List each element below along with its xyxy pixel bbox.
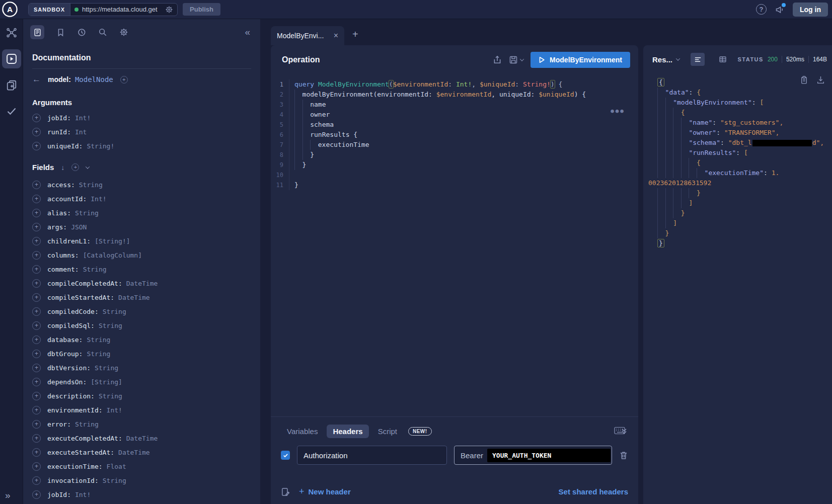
field-type[interactable]: String [75, 421, 99, 428]
field-type[interactable]: String [103, 477, 126, 484]
add-field-icon[interactable]: + [32, 335, 41, 344]
tab-variables[interactable]: Variables [281, 425, 324, 438]
save-operation-group[interactable] [509, 55, 523, 64]
header-enabled-checkbox[interactable] [281, 451, 290, 460]
field-type[interactable]: DateTime [118, 449, 150, 456]
add-field-icon[interactable]: + [32, 462, 41, 471]
back-arrow-icon[interactable]: ← [32, 74, 41, 85]
operation-tab[interactable]: ModelByEnvi... × [271, 26, 344, 45]
auth-token-value[interactable]: YOUR_AUTH_TOKEN [487, 449, 611, 462]
search-icon[interactable] [98, 28, 107, 37]
code-line[interactable]: 6runResults { [271, 130, 638, 140]
field-type[interactable]: [String] [91, 378, 122, 386]
add-field-icon[interactable]: + [32, 195, 41, 203]
add-fields-icon[interactable]: + [71, 163, 79, 171]
field-type[interactable]: String [95, 364, 118, 372]
header-key-input[interactable] [297, 446, 447, 465]
code-line[interactable]: 1query ModelByEnvironment($environmentId… [271, 79, 638, 90]
field-type[interactable]: DateTime [126, 280, 158, 287]
fields-chevron-down-icon[interactable] [86, 164, 90, 169]
endpoint-url-box[interactable]: https://metadata.cloud.get [70, 6, 177, 14]
new-header-button[interactable]: + New header [299, 486, 351, 497]
announcements-megaphone-icon[interactable] [775, 5, 785, 15]
field-type[interactable]: String [99, 322, 122, 329]
add-field-icon[interactable]: + [32, 350, 41, 358]
bookmarks-icon[interactable] [56, 28, 65, 37]
save-floppy-icon[interactable] [509, 55, 518, 64]
add-field-icon[interactable]: + [32, 420, 41, 429]
add-field-icon[interactable]: + [32, 251, 41, 260]
code-line[interactable]: 7executionTime [271, 140, 638, 150]
field-type[interactable]: String [75, 209, 99, 217]
help-icon[interactable]: ? [756, 4, 767, 15]
field-type[interactable]: Int! [91, 195, 106, 203]
add-field-icon[interactable]: + [32, 490, 41, 499]
code-line[interactable]: 11} [271, 180, 638, 190]
add-field-icon[interactable]: + [32, 223, 41, 231]
publish-button[interactable]: Publish [183, 3, 220, 16]
checks-nav-item[interactable] [2, 102, 21, 121]
tab-script[interactable]: Script [372, 425, 403, 438]
add-field-icon[interactable]: + [32, 392, 41, 400]
field-type[interactable]: [CatalogColumn] [83, 251, 142, 259]
operation-tab-label[interactable]: ModelByEnvi... [277, 32, 329, 40]
add-field-icon[interactable]: + [32, 279, 41, 288]
field-type[interactable]: Float [107, 463, 126, 470]
response-title[interactable]: Res... [652, 55, 672, 64]
collapse-bottom-panel-icon[interactable] [620, 427, 628, 435]
environment-variables-icon[interactable] [281, 487, 290, 496]
field-type[interactable]: String [99, 392, 122, 400]
field-type[interactable]: String [87, 350, 110, 358]
add-field-icon[interactable]: + [32, 237, 41, 245]
code-line[interactable]: 10 [271, 170, 638, 180]
add-field-icon[interactable]: + [32, 265, 41, 274]
add-all-fields-icon[interactable]: + [120, 76, 128, 83]
expand-rail-icon[interactable]: » [5, 490, 11, 500]
field-type[interactable]: DateTime [118, 294, 150, 301]
field-type[interactable]: Int! [75, 114, 91, 122]
add-field-icon[interactable]: + [32, 293, 41, 302]
close-tab-icon[interactable]: × [334, 32, 338, 40]
download-response-icon[interactable] [816, 75, 825, 85]
schema-graph-icon[interactable] [2, 23, 21, 42]
add-field-icon[interactable]: + [32, 434, 41, 443]
sort-fields-icon[interactable]: ↓ [61, 163, 64, 172]
response-json-viewer[interactable]: {"data": {"modelByEnvironment": [{"name"… [643, 73, 832, 248]
add-field-icon[interactable]: + [32, 128, 41, 136]
save-chevron-down-icon[interactable] [520, 57, 524, 61]
code-line[interactable]: 9} [271, 160, 638, 170]
editor-menu-icon[interactable]: ●●● [611, 108, 625, 114]
add-field-icon[interactable]: + [32, 181, 41, 189]
add-field-icon[interactable]: + [32, 476, 41, 485]
response-chevron-down-icon[interactable] [676, 56, 680, 60]
set-shared-headers-link[interactable]: Set shared headers [559, 487, 628, 496]
share-operation-icon[interactable] [493, 55, 502, 64]
add-field-icon[interactable]: + [32, 364, 41, 372]
login-button[interactable]: Log in [793, 3, 828, 17]
code-line[interactable]: 5schema [271, 120, 638, 130]
collapse-panel-icon[interactable]: « [245, 27, 253, 38]
code-line[interactable]: 3name [271, 100, 638, 110]
add-field-icon[interactable]: + [32, 406, 41, 414]
copy-response-icon[interactable] [800, 75, 808, 85]
header-value-field[interactable]: Bearer YOUR_AUTH_TOKEN [454, 446, 612, 465]
tab-headers[interactable]: Headers [327, 425, 368, 438]
add-field-icon[interactable]: + [32, 142, 41, 150]
type-value-link[interactable]: ModelNode [75, 75, 113, 83]
add-field-icon[interactable]: + [32, 448, 41, 457]
code-line[interactable]: 2modelByEnvironment(environmentId: $envi… [271, 90, 638, 100]
documentation-tab-icon[interactable] [30, 25, 44, 39]
operations-nav-item[interactable] [2, 75, 21, 95]
explorer-nav-item[interactable] [2, 49, 21, 68]
code-line[interactable]: 8} [271, 150, 638, 160]
field-type[interactable]: Int! [75, 491, 91, 498]
code-line[interactable]: 4owner [271, 110, 638, 120]
field-type[interactable]: String [87, 336, 110, 344]
field-type[interactable]: Int [75, 128, 87, 136]
add-field-icon[interactable]: + [32, 114, 41, 122]
new-tab-icon[interactable]: + [352, 29, 358, 39]
field-type[interactable]: DateTime [126, 435, 158, 442]
delete-header-trash-icon[interactable] [619, 451, 628, 460]
endpoint-url[interactable]: https://metadata.cloud.get [82, 6, 162, 13]
query-editor[interactable]: 1query ModelByEnvironment($environmentId… [271, 74, 638, 190]
